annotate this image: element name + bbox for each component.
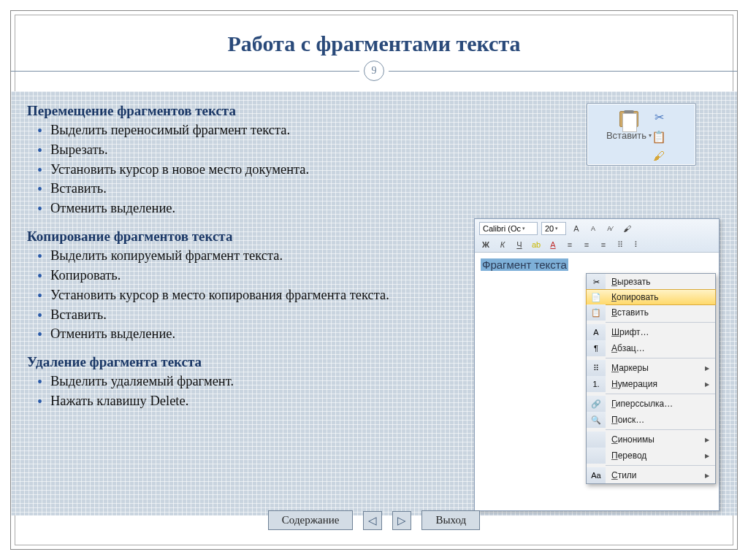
font-color-icon[interactable]: A: [546, 238, 560, 251]
shrink-font-icon[interactable]: A: [587, 222, 600, 235]
menu-item-label: Маркеры: [606, 363, 705, 373]
change-case-icon[interactable]: A⁄: [603, 222, 617, 235]
search-icon: 🔍: [587, 412, 606, 428]
scissors-icon[interactable]: ✂: [654, 110, 664, 124]
menu-item-label: Синонимы: [606, 434, 705, 445]
font-icon: A: [587, 324, 606, 340]
menu-separator: [606, 358, 715, 358]
menu-item-copy[interactable]: 📄Копировать: [586, 289, 716, 305]
menu-item-font[interactable]: AШрифт…: [587, 324, 715, 340]
submenu-arrow-icon: ▶: [705, 381, 715, 388]
prev-button[interactable]: ◁: [363, 511, 382, 530]
menu-separator: [606, 429, 715, 430]
menu-separator: [606, 394, 715, 394]
menu-item-label: Вставить: [606, 307, 715, 318]
menu-item-label: Гиперссылка…: [606, 399, 715, 409]
exit-button[interactable]: Выход: [421, 510, 480, 530]
outer-frame: Работа с фрагментами текста 9 Перемещени…: [10, 10, 738, 550]
menu-item-label: Копировать: [606, 292, 715, 302]
mini-toolbar: Calibri (Ос▾ 20▾ A A A⁄ 🖌 Ж К Ч ab A ≡ ≡…: [475, 219, 719, 253]
menu-item-label: Шрифт…: [606, 327, 715, 337]
submenu-arrow-icon: ▶: [705, 365, 715, 372]
menu-separator: [606, 465, 715, 466]
paste-panel: Вставить▾ ✂ 📋 🖌: [587, 103, 696, 166]
menu-item-label: Вырезать: [606, 277, 715, 287]
page-number: 9: [364, 61, 384, 81]
underline-icon[interactable]: Ч: [513, 238, 526, 251]
hyperlink-icon: 🔗: [587, 396, 606, 412]
submenu-arrow-icon: ▶: [705, 437, 715, 443]
menu-item-label: Абзац…: [606, 343, 715, 353]
menu-item-label: Перевод: [606, 450, 705, 461]
numbering-icon[interactable]: ⠇: [630, 238, 644, 251]
menu-item-styles[interactable]: AaСтили▶: [587, 467, 715, 483]
list-item: Отменить выделение.: [34, 199, 721, 218]
contents-button[interactable]: Содержание: [268, 510, 354, 530]
bullets-icon[interactable]: ⠿: [614, 238, 627, 251]
menu-item-paragraph[interactable]: ¶Абзац…: [587, 340, 715, 356]
font-name-combo[interactable]: Calibri (Ос▾: [479, 222, 538, 235]
menu-item-label: Поиск…: [606, 415, 715, 425]
menu-item-search[interactable]: 🔍Поиск…: [587, 412, 715, 428]
indent-decrease-icon[interactable]: ≡: [580, 238, 593, 251]
menu-item-label: Стили: [606, 470, 705, 480]
copy-icon[interactable]: 📋: [652, 130, 666, 144]
align-icon[interactable]: ≡: [563, 238, 576, 251]
grow-font-icon[interactable]: A: [570, 222, 583, 235]
format-painter-icon[interactable]: 🖌: [653, 150, 665, 163]
submenu-arrow-icon: ▶: [705, 472, 715, 479]
paragraph-icon: ¶: [587, 340, 606, 356]
context-preview: Calibri (Ос▾ 20▾ A A A⁄ 🖌 Ж К Ч ab A ≡ ≡…: [474, 218, 720, 511]
menu-item-paste[interactable]: 📋Вставить: [587, 304, 715, 321]
menu-item-cut[interactable]: ✂Вырезать: [587, 274, 715, 290]
title-divider: 9: [11, 64, 737, 78]
menu-separator: [606, 322, 715, 323]
synonyms-icon: [587, 431, 606, 448]
menu-item-translate[interactable]: Перевод▶: [587, 448, 715, 464]
submenu-arrow-icon: ▶: [705, 453, 715, 459]
paste-icon: 📋: [587, 304, 606, 321]
cut-icon: ✂: [587, 274, 606, 290]
menu-item-synonyms[interactable]: Синонимы▶: [587, 431, 715, 448]
bullets-icon: ⠿: [587, 360, 606, 376]
italic-icon[interactable]: К: [496, 238, 509, 251]
copy-icon: 📄: [587, 289, 606, 305]
menu-item-numbering[interactable]: 1.Нумерация▶: [587, 376, 715, 392]
styles-icon: Aa: [587, 467, 606, 483]
menu-item-hyperlink[interactable]: 🔗Гиперссылка…: [587, 396, 715, 412]
next-button[interactable]: ▷: [392, 511, 411, 530]
menu-item-label: Нумерация: [606, 379, 705, 389]
indent-increase-icon[interactable]: ≡: [597, 238, 610, 251]
translate-icon: [587, 448, 606, 464]
paste-icon[interactable]: Вставить▾: [617, 110, 641, 141]
list-item: Вставить.: [34, 179, 721, 199]
numbering-icon: 1.: [587, 376, 606, 392]
format-painter-icon[interactable]: 🖌: [620, 222, 633, 235]
font-size-combo[interactable]: 20▾: [541, 222, 566, 235]
bold-icon[interactable]: Ж: [479, 238, 492, 251]
menu-item-bullets[interactable]: ⠿Маркеры▶: [587, 360, 715, 376]
context-menu: ✂Вырезать📄Копировать📋ВставитьAШрифт…¶Абз…: [586, 273, 716, 484]
selected-text: Фрагмент текста: [481, 258, 568, 271]
highlight-icon[interactable]: ab: [530, 238, 543, 251]
bottom-controls: Содержание ◁ ▷ Выход: [11, 510, 737, 530]
